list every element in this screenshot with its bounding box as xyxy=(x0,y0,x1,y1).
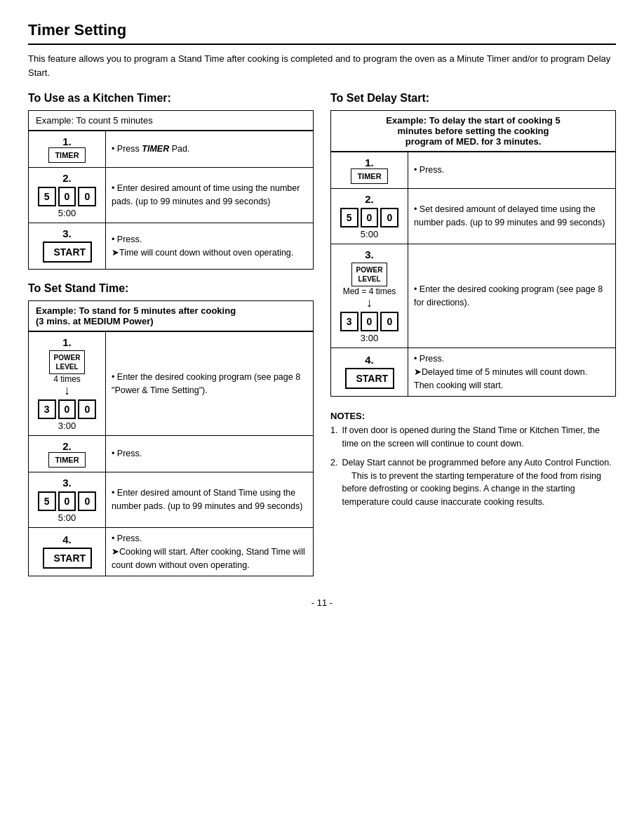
st-pad-0c: 0 xyxy=(58,491,76,511)
stand-time-section: To Set Stand Time: Example: To stand for… xyxy=(28,282,314,576)
delay-start-example: Example: To delay the start of cooking 5… xyxy=(330,110,616,152)
delay-start-section: To Set Delay Start: Example: To delay th… xyxy=(330,92,616,397)
table-row: 2. TIMER • Press. xyxy=(29,436,314,472)
step-2-num: 2. xyxy=(62,172,72,184)
notes-list: 1. If oven door is opened during the Sta… xyxy=(330,424,616,509)
note-num-2: 2. xyxy=(330,456,337,509)
ds-step-1-left: 1. TIMER xyxy=(331,152,408,189)
delay-start-title: To Set Delay Start: xyxy=(330,92,616,105)
st-pad-5: 5 xyxy=(38,491,56,511)
st-step-2-right: • Press. xyxy=(106,436,314,472)
table-row: 3. START • Press. ➤Time will count down … xyxy=(29,223,314,270)
stand-time-example: Example: To stand for 5 minutes after co… xyxy=(28,300,314,331)
st-arrow-down: ↓ xyxy=(34,384,100,397)
kt-time: 5:00 xyxy=(34,208,100,218)
step-1-left: 1. TIMER xyxy=(29,131,106,168)
st-step-3-left: 3. 5 0 0 5:00 xyxy=(29,472,106,528)
table-row: 4. START • Press. ➤Cooking will start. A… xyxy=(29,528,314,576)
table-row: 3. POWERLEVEL Med = 4 times ↓ 3 0 0 xyxy=(331,244,616,348)
st-pad-0a: 0 xyxy=(58,399,76,419)
st-step-4-num: 4. xyxy=(62,534,72,545)
left-column: To Use as a Kitchen Timer: Example: To c… xyxy=(28,92,314,576)
ds-time: 5:00 xyxy=(337,229,402,239)
list-item: 1. If oven door is opened during the Sta… xyxy=(330,424,616,451)
step-3-left: 3. START xyxy=(29,223,106,270)
page-title: Timer Setting xyxy=(28,21,616,45)
table-row: 1. TIMER • Press TIMER Pad. xyxy=(29,131,314,168)
step-3-right: • Press. ➤Time will count down without o… xyxy=(106,223,314,270)
table-row: 2. 5 0 0 5:00 • Enter desired amount of … xyxy=(29,168,314,223)
st-step-2-left: 2. TIMER xyxy=(29,436,106,472)
st-step-3-num: 3. xyxy=(62,477,72,489)
page-number: - 11 - xyxy=(28,597,616,608)
ds-step-3-left: 3. POWERLEVEL Med = 4 times ↓ 3 0 0 xyxy=(331,244,408,348)
stand-time-steps: 1. POWERLEVEL 4 times ↓ 3 0 0 3:00 xyxy=(28,331,314,576)
pad-0b: 0 xyxy=(78,187,96,206)
kt-start-btn: START xyxy=(43,241,92,263)
ds-step-3-right: • Enter the desired cooking program (see… xyxy=(408,244,616,348)
ds-arrow-down: ↓ xyxy=(337,296,402,309)
ds-step-4-right: • Press. ➤Delayed time of 5 minutes will… xyxy=(408,348,616,397)
note-text-2: Delay Start cannot be programmed before … xyxy=(342,456,616,509)
ds-timer-btn: TIMER xyxy=(351,168,387,184)
st-step-4-right: • Press. ➤Cooking will start. After cook… xyxy=(106,528,314,576)
st-pad-row-2: 5 0 0 xyxy=(34,491,100,511)
step-2-left: 2. 5 0 0 5:00 xyxy=(29,168,106,223)
table-row: 2. 5 0 0 5:00 • Set desired amount of de… xyxy=(331,189,616,244)
ds-med-label: Med = 4 times xyxy=(337,286,402,296)
st-pad-row: 3 0 0 xyxy=(34,399,100,419)
ds-start-btn: START xyxy=(345,368,394,389)
st-step-4-left: 4. START xyxy=(29,528,106,576)
st-timer-btn: TIMER xyxy=(48,452,85,468)
ds-pad-0a: 0 xyxy=(361,208,379,227)
table-row: 3. 5 0 0 5:00 • Enter desired amount of … xyxy=(29,472,314,528)
step-3-num: 3. xyxy=(62,227,72,239)
list-item: 2. Delay Start cannot be programmed befo… xyxy=(330,456,616,509)
kitchen-timer-section: To Use as a Kitchen Timer: Example: To c… xyxy=(28,92,314,270)
st-step-3-right: • Enter desired amount of Stand Time usi… xyxy=(106,472,314,528)
step-2-right: • Enter desired amount of time using the… xyxy=(106,168,314,223)
note-num-1: 1. xyxy=(330,424,337,451)
ds-pad-3: 3 xyxy=(340,312,358,331)
ds-step-1-num: 1. xyxy=(365,157,374,168)
st-pad-0b: 0 xyxy=(78,399,96,419)
st-pad-0d: 0 xyxy=(78,491,96,511)
st-times-text: 4 times xyxy=(34,374,100,384)
st-time-2: 5:00 xyxy=(34,512,100,523)
ds-step-2-right: • Set desired amount of delayed time usi… xyxy=(408,189,616,244)
ds-pad-0d: 0 xyxy=(380,312,398,331)
ds-step-2-left: 2. 5 0 0 5:00 xyxy=(331,189,408,244)
ds-step-3-num: 3. xyxy=(365,249,374,260)
ds-pad-0c: 0 xyxy=(361,312,379,331)
st-step-1-right: • Enter the desired cooking program (see… xyxy=(106,332,314,436)
step-1-num: 1. xyxy=(62,135,72,147)
intro-text: This feature allows you to program a Sta… xyxy=(28,52,616,79)
ds-pad-0b: 0 xyxy=(380,208,398,227)
delay-start-steps: 1. TIMER • Press. 2. 5 0 xyxy=(330,152,616,397)
ds-power-level-btn: POWERLEVEL xyxy=(351,263,388,286)
kitchen-timer-steps: 1. TIMER • Press TIMER Pad. 2. 5 xyxy=(28,131,314,270)
table-row: 4. START • Press. ➤Delayed time of 5 min… xyxy=(331,348,616,397)
ds-step-4-left: 4. START xyxy=(331,348,408,397)
ds-step-4-num: 4. xyxy=(365,354,374,366)
notes-section: NOTES: 1. If oven door is opened during … xyxy=(330,411,616,509)
st-step-1-left: 1. POWERLEVEL 4 times ↓ 3 0 0 3:00 xyxy=(29,332,106,436)
ds-step-2-num: 2. xyxy=(365,193,374,205)
right-column: To Set Delay Start: Example: To delay th… xyxy=(330,92,616,576)
table-row: 1. POWERLEVEL 4 times ↓ 3 0 0 3:00 xyxy=(29,332,314,436)
stand-time-title: To Set Stand Time: xyxy=(28,282,314,295)
pad-0a: 0 xyxy=(58,187,76,206)
table-row: 1. TIMER • Press. xyxy=(331,152,616,189)
kt-pad-row: 5 0 0 xyxy=(34,187,100,206)
kitchen-timer-title: To Use as a Kitchen Timer: xyxy=(28,92,314,105)
ds-step-1-right: • Press. xyxy=(408,152,616,189)
pad-5: 5 xyxy=(38,187,56,206)
st-start-btn: START xyxy=(43,548,92,569)
notes-title: NOTES: xyxy=(330,411,616,421)
timer-pad-btn: TIMER xyxy=(48,147,85,163)
ds-pad-row: 5 0 0 xyxy=(337,208,402,227)
st-step-1-num: 1. xyxy=(62,336,72,348)
ds-time-2: 3:00 xyxy=(337,333,402,343)
note-text-1: If oven door is opened during the Stand … xyxy=(342,424,616,451)
st-power-level-btn: POWERLEVEL xyxy=(49,350,86,374)
